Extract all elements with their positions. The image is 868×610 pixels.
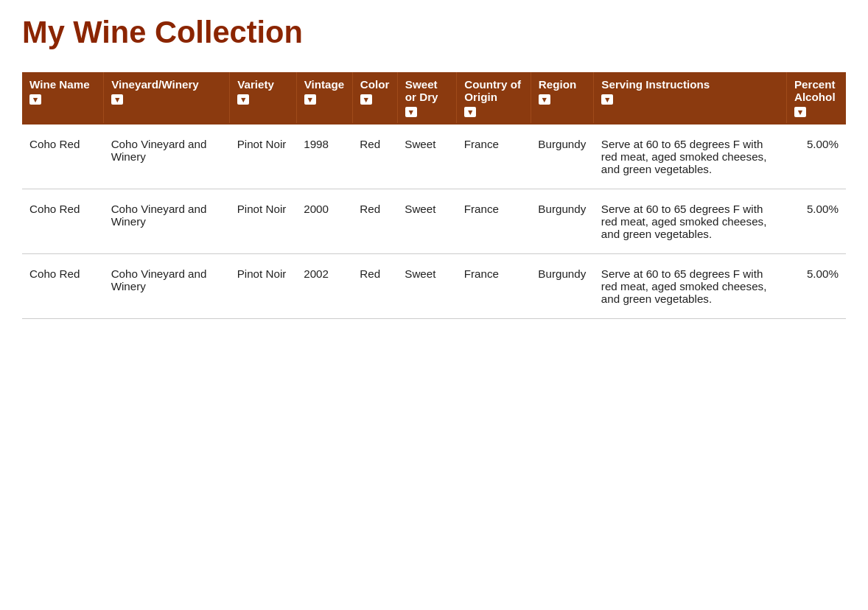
cell-sweet-dry: Sweet <box>397 189 456 254</box>
th-serving: Serving Instructions ▼ <box>594 72 787 124</box>
cell-country: France <box>457 254 531 319</box>
cell-vintage: 1998 <box>296 124 352 189</box>
th-vintage: Vintage ▼ <box>296 72 352 124</box>
th-country-label: Country of Origin <box>464 78 523 103</box>
cell-wine-name: Coho Red <box>22 189 104 254</box>
cell-serving: Serve at 60 to 65 degrees F with red mea… <box>594 124 787 189</box>
cell-country: France <box>457 189 531 254</box>
th-vintage-label: Vintage <box>304 78 345 91</box>
th-color-label: Color <box>360 78 390 91</box>
cell-serving: Serve at 60 to 65 degrees F with red mea… <box>594 254 787 319</box>
cell-country: France <box>457 124 531 189</box>
th-country-dropdown[interactable]: ▼ <box>464 107 476 117</box>
th-wine-name-label: Wine Name <box>29 78 96 91</box>
th-sweet-dry-label: Sweet or Dry <box>405 78 449 103</box>
th-percent-dropdown[interactable]: ▼ <box>794 107 806 117</box>
cell-sweet-dry: Sweet <box>397 124 456 189</box>
cell-percent: 5.00% <box>786 254 846 319</box>
th-region: Region ▼ <box>531 72 594 124</box>
cell-vineyard: Coho Vineyard and Winery <box>104 124 230 189</box>
table-row: Coho RedCoho Vineyard and WineryPinot No… <box>22 189 846 254</box>
cell-vintage: 2002 <box>296 254 352 319</box>
cell-percent: 5.00% <box>786 124 846 189</box>
cell-vintage: 2000 <box>296 189 352 254</box>
cell-region: Burgundy <box>531 254 594 319</box>
th-sweet-dry-dropdown[interactable]: ▼ <box>405 107 417 117</box>
cell-vineyard: Coho Vineyard and Winery <box>104 254 230 319</box>
cell-wine-name: Coho Red <box>22 124 104 189</box>
th-vineyard-label: Vineyard/Winery <box>111 78 222 91</box>
th-percent-label: Percent Alcohol <box>794 78 839 103</box>
th-country: Country of Origin ▼ <box>457 72 531 124</box>
th-sweet-dry: Sweet or Dry ▼ <box>397 72 456 124</box>
wine-collection-table: Wine Name ▼ Vineyard/Winery ▼ Variety ▼ … <box>22 72 846 319</box>
table-header-row: Wine Name ▼ Vineyard/Winery ▼ Variety ▼ … <box>22 72 846 124</box>
cell-vineyard: Coho Vineyard and Winery <box>104 189 230 254</box>
cell-sweet-dry: Sweet <box>397 254 456 319</box>
cell-region: Burgundy <box>531 124 594 189</box>
th-variety: Variety ▼ <box>230 72 297 124</box>
th-color: Color ▼ <box>352 72 397 124</box>
cell-serving: Serve at 60 to 65 degrees F with red mea… <box>594 189 787 254</box>
table-row: Coho RedCoho Vineyard and WineryPinot No… <box>22 254 846 319</box>
th-vineyard-dropdown[interactable]: ▼ <box>111 94 123 105</box>
cell-color: Red <box>352 124 397 189</box>
cell-variety: Pinot Noir <box>230 124 297 189</box>
page-title: My Wine Collection <box>22 15 846 50</box>
th-wine-name-dropdown[interactable]: ▼ <box>29 94 41 105</box>
cell-percent: 5.00% <box>786 189 846 254</box>
th-color-dropdown[interactable]: ▼ <box>360 94 372 105</box>
cell-color: Red <box>352 189 397 254</box>
th-vineyard: Vineyard/Winery ▼ <box>104 72 230 124</box>
th-variety-label: Variety <box>237 78 289 91</box>
cell-color: Red <box>352 254 397 319</box>
table-row: Coho RedCoho Vineyard and WineryPinot No… <box>22 124 846 189</box>
th-variety-dropdown[interactable]: ▼ <box>237 94 249 105</box>
th-vintage-dropdown[interactable]: ▼ <box>304 94 316 105</box>
th-wine-name: Wine Name ▼ <box>22 72 104 124</box>
th-region-label: Region <box>539 78 587 91</box>
th-serving-dropdown[interactable]: ▼ <box>601 94 613 105</box>
th-serving-label: Serving Instructions <box>601 78 779 91</box>
th-percent: Percent Alcohol ▼ <box>786 72 846 124</box>
cell-region: Burgundy <box>531 189 594 254</box>
cell-wine-name: Coho Red <box>22 254 104 319</box>
cell-variety: Pinot Noir <box>230 189 297 254</box>
cell-variety: Pinot Noir <box>230 254 297 319</box>
th-region-dropdown[interactable]: ▼ <box>539 94 550 105</box>
